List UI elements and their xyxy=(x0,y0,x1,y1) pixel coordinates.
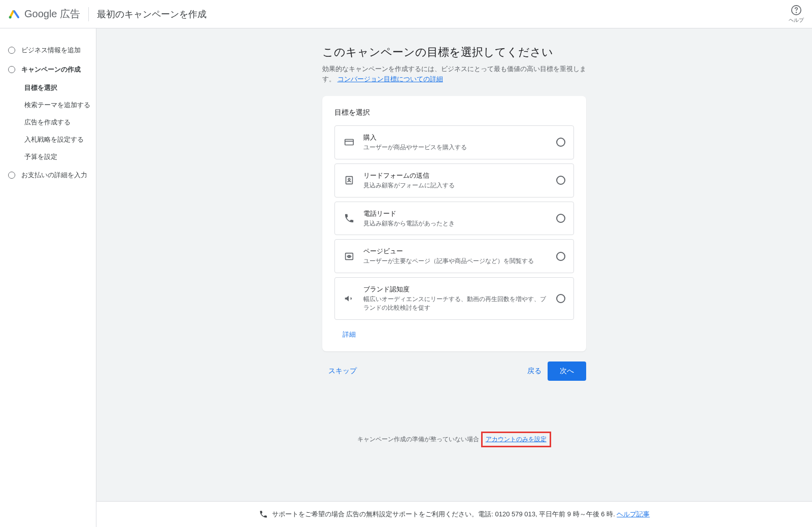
google-ads-logo-icon xyxy=(8,8,20,20)
goal-name: 購入 xyxy=(363,133,548,142)
goal-name: 電話リード xyxy=(363,209,548,218)
support-footer: サポートをご希望の場合 広告の無料設定サポートをご利用ください。電話: 0120… xyxy=(96,501,812,527)
nav-step-label: お支払いの詳細を入力 xyxy=(21,171,87,180)
product-name: Google 広告 xyxy=(24,7,80,21)
svg-point-2 xyxy=(796,12,797,13)
nav-step-create-campaign[interactable]: キャンペーンの作成 xyxy=(8,60,96,79)
page-title: このキャンペーンの目標を選択してください xyxy=(322,45,586,60)
back-button[interactable]: 戻る xyxy=(521,363,548,380)
goal-option-lead-form[interactable]: リードフォームの送信 見込み顧客がフォームに記入する xyxy=(334,163,574,197)
nav-step-business-info[interactable]: ビジネス情報を追加 xyxy=(8,41,96,60)
help-label: ヘルプ xyxy=(789,17,804,24)
nav-step-payment[interactable]: お支払いの詳細を入力 xyxy=(8,166,96,185)
account-only-section: キャンペーン作成の準備が整っていない場合 アカウントのみを設定 xyxy=(322,432,586,447)
goal-name: ブランド認知度 xyxy=(363,285,548,294)
footer-text: サポートをご希望の場合 広告の無料設定サポートをご利用ください。電話: 0120… xyxy=(272,510,617,518)
goal-name: ページビュー xyxy=(363,247,548,256)
goal-desc: 見込み顧客がフォームに記入する xyxy=(363,181,548,190)
account-only-link[interactable]: アカウントのみを設定 xyxy=(486,436,547,443)
svg-point-8 xyxy=(349,256,350,257)
nav-sub-bidding[interactable]: 入札戦略を設定する xyxy=(24,131,96,148)
conversion-goals-link[interactable]: コンバージョン目標についての詳細 xyxy=(337,75,443,83)
header-divider xyxy=(88,7,89,21)
nav-step-label: キャンペーンの作成 xyxy=(21,65,81,74)
credit-card-icon xyxy=(343,136,355,148)
radio-indicator xyxy=(556,294,565,303)
goal-option-phone-lead[interactable]: 電話リード 見込み顧客から電話があったとき xyxy=(334,202,574,236)
page-description: 効果的なキャンペーンを作成するには、ビジネスにとって最も価値の高い目標を重視しま… xyxy=(322,64,586,84)
goal-name: リードフォームの送信 xyxy=(363,171,548,180)
nav-step-label: ビジネス情報を追加 xyxy=(21,46,81,55)
goal-desc: 幅広いオーディエンスにリーチする、動画の再生回数を増やす、ブランドの比較検討を促… xyxy=(363,295,548,312)
footer-help-link[interactable]: ヘルプ記事 xyxy=(617,510,650,518)
radio-indicator xyxy=(556,138,565,147)
svg-rect-3 xyxy=(345,140,354,145)
page-header-title: 最初のキャンペーンを作成 xyxy=(97,8,207,20)
nav-sub-select-goal[interactable]: 目標を選択 xyxy=(24,79,96,96)
logo[interactable]: Google 広告 xyxy=(8,7,80,21)
nav-sub-create-ad[interactable]: 広告を作成する xyxy=(24,114,96,131)
goal-desc: ユーザーが主要なページ（記事や商品ページなど）を閲覧する xyxy=(363,257,548,266)
sidebar: ビジネス情報を追加 キャンペーンの作成 目標を選択 検索テーマを追加する 広告を… xyxy=(0,28,96,527)
eye-icon xyxy=(343,250,355,262)
goal-desc: ユーザーが商品やサービスを購入する xyxy=(363,143,548,152)
main-content: このキャンペーンの目標を選択してください 効果的なキャンペーンを作成するには、ビ… xyxy=(96,28,812,527)
skip-button[interactable]: スキップ xyxy=(322,363,363,380)
phone-icon xyxy=(259,510,268,519)
account-only-prefix: キャンペーン作成の準備が整っていない場合 xyxy=(357,436,481,443)
nav-sub-budget[interactable]: 予算を設定 xyxy=(24,148,96,166)
goal-card: 目標を選択 購入 ユーザーが商品やサービスを購入する xyxy=(322,96,586,351)
radio-indicator xyxy=(556,214,565,223)
svg-point-0 xyxy=(9,16,12,18)
megaphone-icon xyxy=(343,292,355,305)
form-icon xyxy=(343,174,355,186)
goal-option-purchase[interactable]: 購入 ユーザーが商品やサービスを購入する xyxy=(334,125,574,159)
step-circle-icon xyxy=(8,47,15,54)
next-button[interactable]: 次へ xyxy=(548,361,586,381)
card-title: 目標を選択 xyxy=(334,108,574,117)
step-circle-icon xyxy=(8,66,15,73)
action-row: スキップ 戻る 次へ xyxy=(322,361,586,381)
help-icon xyxy=(791,5,802,16)
goal-desc: 見込み顧客から電話があったとき xyxy=(363,219,548,228)
svg-point-6 xyxy=(348,179,350,181)
app-header: Google 広告 最初のキャンペーンを作成 ヘルプ xyxy=(0,0,812,28)
radio-indicator xyxy=(556,176,565,185)
help-button[interactable]: ヘルプ xyxy=(789,5,804,24)
step-circle-icon xyxy=(8,172,15,179)
goal-option-page-view[interactable]: ページビュー ユーザーが主要なページ（記事や商品ページなど）を閲覧する xyxy=(334,239,574,273)
phone-icon xyxy=(343,212,355,224)
details-link[interactable]: 詳細 xyxy=(334,324,364,339)
radio-indicator xyxy=(556,252,565,261)
nav-sub-search-themes[interactable]: 検索テーマを追加する xyxy=(24,96,96,114)
goal-option-brand-awareness[interactable]: ブランド認知度 幅広いオーディエンスにリーチする、動画の再生回数を増やす、ブラン… xyxy=(334,277,574,320)
